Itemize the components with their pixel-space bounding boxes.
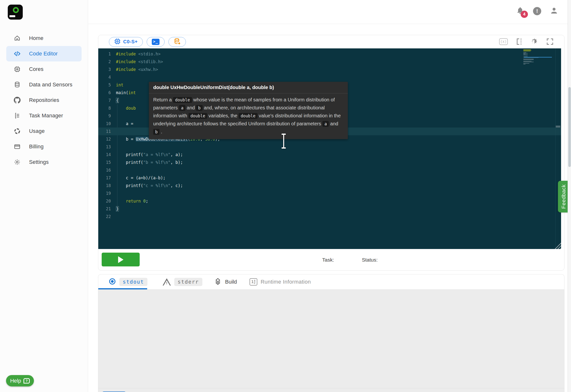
terminal-icon: >_ bbox=[152, 39, 159, 45]
core-selector-chip[interactable]: C0-S+ bbox=[109, 37, 143, 47]
sidebar-item-label: Billing bbox=[29, 143, 43, 150]
line-number: 22 bbox=[98, 213, 111, 221]
code-text: main(int bbox=[116, 89, 136, 97]
sidebar: Home Code Editor Cores Data and Sensors … bbox=[0, 0, 88, 392]
data-transfer-button[interactable] bbox=[169, 37, 186, 47]
code-line[interactable]: 1#include <stdio.h> bbox=[98, 50, 561, 58]
code-line[interactable]: 2#include <stdlib.h> bbox=[98, 58, 561, 66]
sidebar-item-code-editor[interactable]: Code Editor bbox=[6, 46, 82, 61]
minimap-current-line bbox=[524, 57, 552, 57]
code-text: doub bbox=[116, 104, 136, 112]
line-number: 9 bbox=[98, 112, 111, 120]
tab-runtime-information[interactable]: 1 4 2 Runtime Information bbox=[250, 278, 311, 286]
fullscreen-icon bbox=[547, 39, 553, 45]
home-icon bbox=[14, 35, 21, 42]
app-logo[interactable] bbox=[8, 5, 23, 20]
tab-label: Runtime Information bbox=[261, 279, 311, 285]
editor-scrollbar-thumb[interactable] bbox=[556, 126, 560, 127]
split-view-icon bbox=[517, 39, 521, 45]
sidebar-item-data-sensors[interactable]: Data and Sensors bbox=[0, 77, 88, 92]
eye-icon bbox=[109, 278, 116, 286]
line-number: 5 bbox=[98, 81, 111, 89]
sidebar-item-cores[interactable]: Cores bbox=[0, 61, 88, 77]
sidebar-item-label: Usage bbox=[29, 128, 45, 134]
line-number: 21 bbox=[98, 205, 111, 213]
code-line[interactable]: 20 return 0; bbox=[98, 197, 561, 205]
page-scrollbar-thumb[interactable] bbox=[568, 87, 571, 167]
code-line[interactable]: 14 printf("a = %lf\n", a); bbox=[98, 151, 561, 158]
help-button[interactable]: Help ? bbox=[6, 375, 34, 386]
code-area[interactable]: 1#include <stdio.h>2#include <stdlib.h>3… bbox=[98, 48, 561, 249]
tooltip-body: Return a double whose value is the mean … bbox=[149, 93, 348, 139]
code-line[interactable]: 18 printf("c = %lf\n", c); bbox=[98, 182, 561, 189]
line-number: 11 bbox=[98, 127, 111, 135]
settings-icon bbox=[14, 158, 21, 166]
billing-icon bbox=[14, 143, 21, 150]
sidebar-item-label: Home bbox=[29, 35, 43, 41]
line-number: 6 bbox=[98, 89, 111, 97]
resize-handle[interactable] bbox=[553, 241, 561, 249]
code-line[interactable]: 15 printf("b = %lf\n", b); bbox=[98, 158, 561, 166]
code-values-toggle[interactable]: (x) bbox=[499, 37, 508, 46]
theme-toggle-button[interactable] bbox=[530, 37, 539, 46]
sidebar-item-settings[interactable]: Settings bbox=[0, 154, 88, 170]
code-line[interactable]: 21} bbox=[98, 205, 561, 213]
editor-view-controls: (x) bbox=[499, 37, 555, 46]
code-values-icon: (x) bbox=[499, 38, 508, 45]
sidebar-nav: Home Code Editor Cores Data and Sensors … bbox=[0, 30, 88, 170]
split-view-button[interactable] bbox=[514, 37, 524, 46]
header-icons: 4 ! bbox=[515, 6, 559, 16]
hover-tooltip: double UxHwDoubleUniformDist(double a, d… bbox=[149, 82, 348, 139]
output-subdivider bbox=[98, 388, 564, 388]
notifications-button[interactable]: 4 bbox=[515, 6, 525, 16]
logo-ring bbox=[13, 7, 19, 13]
code-text: return 0; bbox=[116, 197, 148, 205]
tab-build[interactable]: Build bbox=[214, 277, 237, 286]
code-text: c = (a+b)/(a-b); bbox=[116, 174, 166, 182]
line-number: 4 bbox=[98, 73, 111, 81]
sidebar-item-usage[interactable]: Usage bbox=[0, 123, 88, 139]
runtime-info-icon: 1 4 2 bbox=[250, 278, 257, 286]
line-number: 3 bbox=[98, 66, 111, 73]
tab-label: Build bbox=[225, 279, 237, 285]
code-line[interactable]: 4 bbox=[98, 73, 561, 81]
usage-icon bbox=[14, 127, 21, 135]
database-arrow-icon bbox=[173, 38, 181, 46]
system-status-button[interactable]: ! bbox=[532, 6, 542, 16]
sidebar-item-billing[interactable]: Billing bbox=[0, 139, 88, 154]
sidebar-item-home[interactable]: Home bbox=[0, 30, 88, 46]
code-line[interactable]: 17 c = (a+b)/(a-b); bbox=[98, 174, 561, 182]
sidebar-item-repositories[interactable]: Repositories bbox=[0, 92, 88, 108]
line-number: 7 bbox=[98, 97, 111, 104]
terminal-button[interactable]: >_ bbox=[147, 37, 165, 47]
code-editor-icon bbox=[14, 50, 21, 57]
sidebar-item-label: Settings bbox=[29, 159, 49, 165]
core-chip-label: C0-S+ bbox=[123, 39, 138, 44]
fullscreen-button[interactable] bbox=[545, 37, 555, 46]
code-line[interactable]: 3#include <uxhw.h> bbox=[98, 66, 561, 73]
tab-label: stderr bbox=[174, 278, 202, 286]
code-line[interactable]: 13 bbox=[98, 143, 561, 151]
sidebar-item-task-manager[interactable]: Task Manager bbox=[0, 108, 88, 123]
logo-bar bbox=[9, 15, 15, 17]
line-number: 18 bbox=[98, 182, 111, 189]
user-icon bbox=[550, 6, 558, 16]
line-number: 16 bbox=[98, 166, 111, 174]
run-button[interactable] bbox=[102, 253, 140, 266]
help-label: Help bbox=[10, 378, 21, 384]
page-scrollbar[interactable] bbox=[568, 0, 571, 392]
tab-stdout[interactable]: stdout bbox=[109, 278, 147, 286]
account-button[interactable] bbox=[549, 6, 559, 16]
alert-icon: ! bbox=[533, 7, 541, 15]
code-line[interactable]: 22 bbox=[98, 213, 561, 221]
code-line[interactable]: 19 bbox=[98, 189, 561, 197]
code-text: #include <uxhw.h> bbox=[116, 66, 158, 73]
code-text: #include <stdlib.h> bbox=[116, 58, 163, 66]
feedback-label: Feedback bbox=[561, 184, 567, 209]
notification-badge: 4 bbox=[521, 11, 528, 18]
repositories-icon bbox=[14, 97, 21, 104]
line-number: 2 bbox=[98, 58, 111, 66]
tab-stderr[interactable]: ! stderr bbox=[163, 278, 202, 286]
code-line[interactable]: 16 bbox=[98, 166, 561, 174]
line-number: 13 bbox=[98, 143, 111, 151]
